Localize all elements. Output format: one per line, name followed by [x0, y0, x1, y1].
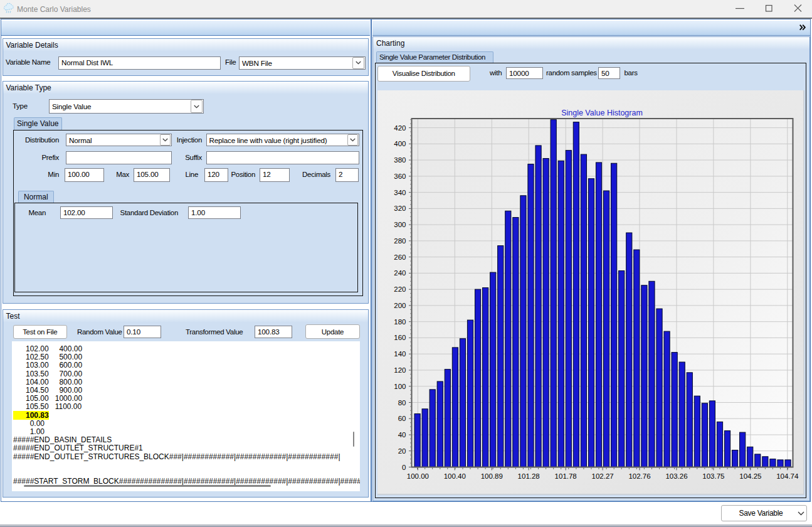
- svg-text:101.78: 101.78: [555, 472, 577, 480]
- svg-text:420: 420: [394, 124, 406, 132]
- svg-text:200: 200: [394, 302, 406, 309]
- svg-text:100: 100: [394, 383, 406, 390]
- svg-text:104.25: 104.25: [739, 472, 761, 480]
- svg-text:103.75: 103.75: [702, 472, 724, 480]
- svg-text:240: 240: [394, 269, 406, 277]
- svg-text:40: 40: [398, 431, 406, 439]
- svg-text:140: 140: [394, 350, 406, 358]
- svg-text:100.40: 100.40: [444, 472, 466, 480]
- svg-text:Single Value Histogram: Single Value Histogram: [561, 109, 643, 117]
- svg-text:180: 180: [394, 318, 406, 326]
- svg-text:80: 80: [398, 399, 406, 407]
- svg-text:120: 120: [394, 366, 406, 374]
- svg-text:220: 220: [394, 285, 406, 293]
- svg-text:60: 60: [398, 415, 406, 422]
- svg-text:0: 0: [402, 464, 406, 471]
- svg-text:260: 260: [394, 253, 406, 261]
- svg-text:100.89: 100.89: [481, 472, 503, 480]
- svg-text:380: 380: [394, 156, 406, 164]
- svg-text:400: 400: [394, 140, 406, 147]
- svg-text:300: 300: [394, 221, 406, 228]
- svg-text:160: 160: [394, 334, 406, 341]
- svg-text:360: 360: [394, 173, 406, 180]
- svg-text:320: 320: [394, 205, 406, 212]
- svg-text:340: 340: [394, 189, 406, 196]
- svg-text:100.00: 100.00: [407, 472, 429, 480]
- svg-text:104.74: 104.74: [776, 472, 799, 480]
- svg-text:20: 20: [398, 447, 406, 455]
- svg-text:101.28: 101.28: [518, 472, 540, 480]
- svg-text:103.26: 103.26: [665, 472, 687, 480]
- svg-text:102.27: 102.27: [592, 472, 614, 480]
- svg-text:102.76: 102.76: [628, 472, 650, 480]
- svg-text:280: 280: [394, 237, 406, 245]
